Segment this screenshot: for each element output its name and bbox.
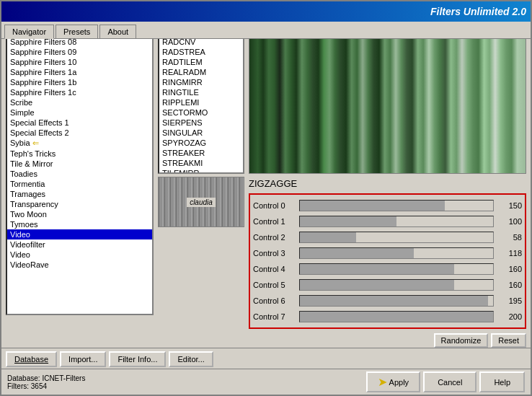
category-list-item[interactable]: Sapphire Filters 1c [7, 87, 152, 97]
filter-list-item[interactable]: SINGULAR [159, 128, 243, 138]
filter-info-button[interactable]: Filter Info... [109, 351, 166, 367]
status-buttons: ➤ Apply Cancel Help [366, 371, 525, 392]
category-list-item[interactable]: Videofilter [7, 239, 152, 250]
category-list-item[interactable]: Special Effects 1 [7, 118, 152, 128]
filter-name-display: ZIGZAGGE [249, 178, 297, 189]
control-row: Control 0 150 [253, 198, 522, 214]
category-list-item[interactable]: Tile & Mirror [7, 159, 152, 169]
filter-list-item[interactable]: RINGTILE [159, 87, 243, 97]
bottom-section: claudia ZIGZAGGE Control 0 [158, 177, 526, 348]
tab-presets[interactable]: Presets [56, 25, 98, 38]
filter-list-box: POLPERVQUANTUMTRADCNVRADSTREARADTILEMREA… [158, 39, 244, 174]
filter-section: POLPERVQUANTUMTRADCNVRADSTREARADTILEMREA… [158, 39, 526, 174]
filter-list-item[interactable]: SECTORMO [159, 107, 243, 118]
preview-image [249, 39, 526, 173]
category-list-item[interactable]: Video [7, 229, 152, 239]
control-row: Control 3 118 [253, 245, 522, 261]
thumbnail-label: claudia [187, 198, 216, 207]
control-slider[interactable] [299, 247, 494, 259]
control-slider[interactable] [299, 216, 494, 227]
category-list-item[interactable]: Sapphire Filters 09 [7, 47, 152, 57]
filter-list-item[interactable]: SIERPENS [159, 118, 243, 128]
filter-list-item[interactable]: STREAKMI [159, 158, 243, 168]
filter-count: 3654 [31, 382, 47, 390]
status-info: Database: ICNET-Filters Filters: 3654 [7, 374, 85, 390]
control-slider[interactable] [299, 279, 494, 291]
control-value: 58 [497, 233, 522, 242]
control-slider[interactable] [299, 232, 494, 243]
filter-list-item[interactable]: RADSTREA [159, 47, 243, 57]
control-row: Control 6 195 [253, 293, 522, 309]
control-label: Control 0 [253, 201, 296, 210]
filter-list[interactable]: POLPERVQUANTUMTRADCNVRADSTREARADTILEMREA… [159, 39, 243, 174]
tab-about[interactable]: About [99, 25, 136, 38]
category-list-item[interactable]: Special Effects 2 [7, 128, 152, 138]
category-list-item[interactable]: Scribe [7, 97, 152, 107]
category-list-item[interactable]: Sapphire Filters 10 [7, 57, 152, 67]
filter-list-item[interactable]: RADCNV [159, 39, 243, 47]
preview-area [249, 39, 526, 174]
control-row: Control 2 58 [253, 229, 522, 245]
control-slider-fill [300, 312, 493, 322]
category-list-item[interactable]: Tormentia [7, 179, 152, 189]
control-slider-fill [300, 216, 396, 226]
category-list[interactable]: Sapphire Filters 03Sapphire Filters 04Sa… [7, 39, 152, 314]
control-row: Control 7 200 [253, 309, 522, 325]
category-list-item[interactable]: Transparency [7, 199, 152, 209]
controls-area: ZIGZAGGE Control 0 150 Control 1 100 Con… [249, 177, 526, 348]
filter-list-item[interactable]: RINGMIRR [159, 77, 243, 87]
apply-arrow-icon: ➤ [378, 375, 387, 389]
category-list-item[interactable]: Video [7, 250, 152, 260]
help-button[interactable]: Help [479, 371, 525, 392]
filter-list-item[interactable]: REALRADM [159, 67, 243, 77]
control-label: Control 5 [253, 281, 296, 289]
category-list-item[interactable]: Sybia ⇐ [7, 138, 152, 149]
control-value: 150 [497, 201, 522, 210]
category-list-item[interactable]: Toadies [7, 169, 152, 179]
cancel-button[interactable]: Cancel [423, 371, 476, 392]
filter-list-item[interactable]: STREAKER [159, 148, 243, 158]
main-content: Sapphire Filters 03Sapphire Filters 04Sa… [1, 39, 531, 348]
category-list-item[interactable]: Tymoes [7, 219, 152, 229]
reset-button[interactable]: Reset [491, 333, 526, 348]
randomize-button[interactable]: Randomize [434, 333, 489, 348]
category-list-item[interactable]: Simple [7, 107, 152, 118]
control-slider-fill [300, 296, 488, 306]
database-button[interactable]: Database [6, 351, 57, 367]
filter-list-item[interactable]: SPYROZAG [159, 138, 243, 148]
control-label: Control 2 [253, 233, 296, 242]
category-list-item[interactable]: Sapphire Filters 08 [7, 39, 152, 47]
category-list-item[interactable]: Two Moon [7, 209, 152, 219]
control-label: Control 4 [253, 265, 296, 273]
editor-button[interactable]: Editor... [169, 351, 213, 367]
import-button[interactable]: Import... [60, 351, 106, 367]
tab-navigator[interactable]: Navigator [4, 25, 54, 39]
category-list-item[interactable]: Tramages [7, 189, 152, 199]
filter-list-item[interactable]: RADTILEM [159, 57, 243, 67]
control-slider[interactable] [299, 311, 494, 322]
control-label: Control 6 [253, 296, 296, 305]
control-slider[interactable] [299, 200, 494, 211]
control-value: 118 [497, 249, 522, 258]
control-row: Control 5 160 [253, 277, 522, 293]
category-list-item[interactable]: Teph's Tricks [7, 149, 152, 159]
control-label: Control 3 [253, 249, 296, 258]
filter-list-item[interactable]: TILEMIRR [159, 168, 243, 174]
category-list-item[interactable]: Sapphire Filters 1b [7, 77, 152, 87]
control-value: 160 [497, 265, 522, 273]
control-value: 100 [497, 217, 522, 226]
toolbar: Database Import... Filter Info... Editor… [1, 348, 531, 369]
control-slider[interactable] [299, 263, 494, 275]
apply-button[interactable]: ➤ Apply [366, 371, 421, 392]
control-label: Control 1 [253, 217, 296, 226]
database-label: Database: [7, 374, 40, 382]
thumbnail-area: claudia [158, 177, 244, 348]
control-value: 200 [497, 312, 522, 321]
category-list-item[interactable]: Sapphire Filters 1a [7, 67, 152, 77]
control-slider[interactable] [299, 295, 494, 307]
category-list-item[interactable]: VideoRave [7, 260, 152, 270]
category-list-panel: Sapphire Filters 03Sapphire Filters 04Sa… [6, 39, 154, 315]
filter-list-item[interactable]: RIPPLEMI [159, 97, 243, 107]
control-value: 160 [497, 281, 522, 289]
control-row: Control 1 100 [253, 214, 522, 229]
